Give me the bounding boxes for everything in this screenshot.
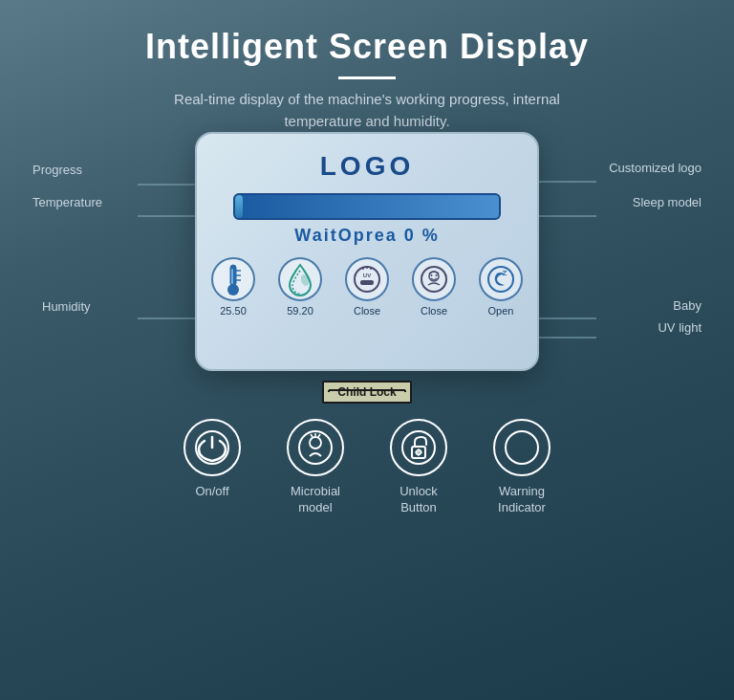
humidity-icon — [284, 261, 316, 297]
thermometer-icon — [220, 261, 247, 297]
svg-line-35 — [318, 434, 320, 437]
label-baby: Baby — [673, 296, 702, 314]
sleep-icon: Z — [484, 262, 518, 296]
microbial-button[interactable] — [287, 419, 344, 476]
warning-label: WarningIndicator — [498, 484, 546, 516]
icon-uv: UV Close — [345, 257, 389, 317]
label-humidity: Humidity — [42, 297, 91, 315]
icon-humidity: 59.20 — [278, 257, 322, 317]
btn-onoff: On/off — [184, 419, 241, 500]
child-lock-badge-wrapper: Child Lock — [32, 381, 702, 404]
svg-point-22 — [431, 274, 433, 276]
svg-point-32 — [310, 437, 321, 448]
svg-rect-19 — [360, 280, 374, 285]
page-subtitle: Real-time display of the machine's worki… — [138, 89, 596, 132]
power-icon — [194, 429, 230, 466]
svg-line-33 — [311, 434, 313, 437]
progress-bar-fill — [235, 195, 243, 218]
baby-value: Close — [421, 305, 447, 317]
thermometer-icon-circle — [211, 257, 255, 301]
label-temperature: Temperature — [32, 193, 102, 210]
icon-sleep: Z Open — [479, 257, 523, 317]
baby-icon-circle — [412, 257, 456, 301]
screen-wrapper: Progress Temperature Humidity Customized… — [32, 132, 702, 516]
sleep-icon-circle: Z — [479, 257, 523, 301]
uv-icon: UV — [350, 262, 384, 296]
microbial-icon — [297, 429, 334, 466]
warning-button[interactable] — [493, 419, 550, 476]
onoff-button[interactable] — [184, 419, 241, 476]
page-header: Intelligent Screen Display Real-time dis… — [0, 0, 734, 132]
baby-icon — [417, 262, 451, 296]
svg-text:Z: Z — [503, 269, 507, 277]
svg-point-8 — [227, 284, 239, 295]
svg-point-13 — [299, 273, 311, 287]
bottom-buttons: On/off Microb — [32, 419, 702, 516]
humidity-icon-circle — [278, 257, 322, 301]
svg-point-14 — [355, 267, 379, 292]
icon-baby: Close — [412, 257, 456, 317]
label-sleep-model: Sleep model — [633, 193, 702, 210]
humidity-value: 59.20 — [287, 305, 313, 317]
btn-microbial: Microbialmodel — [287, 419, 344, 516]
btn-unlock: UnlockButton — [390, 419, 447, 516]
screen-display: LOGO WaitOprea 0 % 25.50 — [195, 132, 539, 371]
thermometer-value: 25.50 — [220, 305, 247, 317]
onoff-label: On/off — [195, 484, 228, 500]
svg-rect-9 — [231, 269, 233, 284]
label-uv-light: UV light — [658, 318, 702, 336]
btn-warning: WarningIndicator — [493, 419, 550, 516]
icon-thermometer: 25.50 — [211, 257, 255, 317]
sleep-value: Open — [488, 305, 514, 317]
microbial-label: Microbialmodel — [291, 484, 340, 516]
warning-icon — [504, 429, 540, 466]
unlock-icon — [400, 429, 437, 466]
uv-icon-circle: UV — [345, 257, 389, 301]
unlock-label: UnlockButton — [399, 484, 438, 516]
screen-icons-row: 25.50 59.20 UV — [211, 257, 523, 317]
progress-bar — [233, 193, 501, 220]
uv-value: Close — [354, 305, 380, 317]
child-lock-badge: Child Lock — [322, 381, 411, 404]
svg-point-24 — [488, 267, 513, 292]
page-title: Intelligent Screen Display — [0, 27, 734, 67]
label-customized-logo: Customized logo — [609, 159, 702, 176]
bottom-controls-wrapper: Child Lock On/off — [32, 381, 702, 516]
unlock-button[interactable] — [390, 419, 447, 476]
svg-point-23 — [436, 274, 438, 276]
svg-text:UV: UV — [363, 273, 371, 278]
title-divider — [338, 77, 396, 79]
progress-text: WaitOprea 0 % — [294, 226, 439, 246]
svg-point-41 — [506, 431, 538, 464]
label-progress: Progress — [32, 161, 82, 178]
screen-logo: LOGO — [320, 151, 414, 182]
